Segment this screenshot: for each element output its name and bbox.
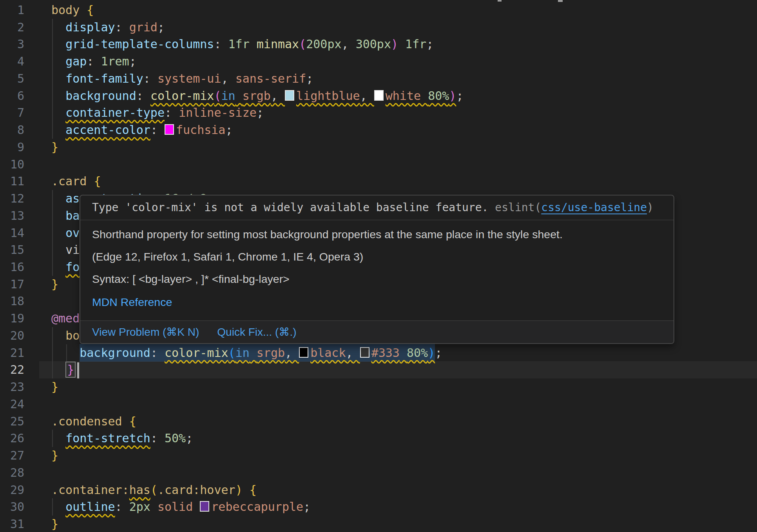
code-token: fuchsia <box>176 123 225 137</box>
line-number[interactable]: 10 <box>0 156 24 173</box>
line-number[interactable]: 1 <box>0 2 24 19</box>
line-number[interactable]: 21 <box>0 344 24 362</box>
line-number[interactable]: 30 <box>0 498 24 516</box>
code-token <box>150 500 158 514</box>
line-number[interactable]: 16 <box>0 259 24 276</box>
line-number[interactable]: 13 <box>0 207 24 224</box>
code-text[interactable]: } <box>51 276 58 293</box>
code-text[interactable]: font-family: system-ui, sans-serif; <box>51 70 313 87</box>
code-token: vi <box>65 243 80 257</box>
code-token: 1rem <box>101 54 129 68</box>
line-number[interactable]: 12 <box>0 190 24 207</box>
line-number[interactable]: 23 <box>0 378 24 396</box>
code-token: 1fr <box>405 37 426 51</box>
code-text[interactable]: .container:has(.card:hover) { <box>51 481 257 499</box>
code-token: font-family <box>65 72 143 85</box>
code-line: 22 } <box>0 361 757 378</box>
code-text[interactable]: accent-color: fuchsia; <box>51 121 233 139</box>
code-text[interactable]: display: grid; <box>51 19 165 36</box>
line-number[interactable]: 28 <box>0 464 24 481</box>
line-number[interactable]: 7 <box>0 104 24 121</box>
line-number[interactable]: 24 <box>0 396 24 413</box>
line-number[interactable]: 19 <box>0 310 24 327</box>
line-number[interactable]: 11 <box>0 173 24 190</box>
line-number[interactable]: 25 <box>0 413 24 430</box>
hover-tooltip: Type 'color-mix' is not a widely availab… <box>80 195 674 344</box>
code-text[interactable]: ba <box>51 207 80 224</box>
line-number[interactable]: 15 <box>0 241 24 259</box>
mdn-reference-link[interactable]: MDN Reference <box>92 296 662 309</box>
code-text[interactable]: fo <box>51 259 80 276</box>
line-number[interactable]: 2 <box>0 19 24 36</box>
code-text[interactable]: .card { <box>51 173 101 190</box>
view-problem-button[interactable]: View Problem (⌘K N) <box>92 326 199 338</box>
code-token: , <box>342 37 356 51</box>
line-number[interactable]: 3 <box>0 36 24 53</box>
code-line: 11.card { <box>0 173 757 190</box>
line-number[interactable]: 31 <box>0 516 24 532</box>
color-swatch[interactable] <box>360 347 369 358</box>
code-text[interactable]: background: color-mix(in srgb, black, #3… <box>51 344 442 362</box>
code-text[interactable]: } <box>51 139 58 156</box>
code-text[interactable]: grid-template-columns: 1fr minmax(200px,… <box>51 36 433 53</box>
code-text[interactable]: ov <box>51 224 80 242</box>
code-line: 3 grid-template-columns: 1fr minmax(200p… <box>0 36 757 53</box>
hover-doc-body: Shorthand property for setting most back… <box>80 220 674 320</box>
line-number[interactable]: 26 <box>0 430 24 447</box>
color-swatch[interactable] <box>299 347 308 358</box>
line-number[interactable]: 9 <box>0 139 24 156</box>
line-number[interactable]: 6 <box>0 87 24 105</box>
current-line-highlight <box>39 361 757 378</box>
line-number[interactable]: 22 <box>0 361 24 378</box>
code-text[interactable]: font-stretch: 50%; <box>51 430 193 447</box>
problem-message: Type 'color-mix' is not a widely availab… <box>92 201 495 214</box>
line-number[interactable]: 8 <box>0 121 24 139</box>
code-token <box>193 500 200 514</box>
code-token <box>398 37 405 51</box>
code-text[interactable]: } <box>51 516 58 532</box>
color-swatch[interactable] <box>285 90 294 101</box>
code-line: 30 outline: 2px solid rebeccapurple; <box>0 498 757 516</box>
color-swatch[interactable] <box>200 501 209 512</box>
code-line: 28 <box>0 464 757 481</box>
line-number[interactable]: 29 <box>0 481 24 499</box>
code-text[interactable]: vi <box>51 241 80 259</box>
code-editor: 1body {2 display: grid;3 grid-template-c… <box>0 0 757 532</box>
line-number[interactable]: 20 <box>0 327 24 344</box>
code-text[interactable]: bo <box>51 327 80 344</box>
property-description: Shorthand property for setting most back… <box>92 228 662 241</box>
code-token: ov <box>65 226 80 240</box>
color-swatch[interactable] <box>374 90 384 101</box>
code-line: 7 container-type: inline-size; <box>0 104 757 121</box>
code-line: 4 gap: 1rem; <box>0 53 757 70</box>
code-token <box>51 260 65 274</box>
line-number[interactable]: 27 <box>0 447 24 464</box>
line-number[interactable]: 5 <box>0 70 24 87</box>
code-text[interactable]: } <box>51 361 79 378</box>
line-number[interactable]: 14 <box>0 224 24 242</box>
line-number[interactable]: 4 <box>0 53 24 70</box>
code-line: 2 display: grid; <box>0 19 757 36</box>
code-text[interactable]: @med <box>51 310 80 327</box>
code-text[interactable]: container-type: inline-size; <box>51 104 264 121</box>
code-text[interactable]: outline: 2px solid rebeccapurple; <box>51 498 310 516</box>
code-token <box>51 54 65 68</box>
top-edge-artifact <box>558 0 563 2</box>
line-number[interactable]: 18 <box>0 293 24 310</box>
line-number[interactable]: 17 <box>0 276 24 293</box>
quick-fix-button[interactable]: Quick Fix... (⌘.) <box>217 326 296 338</box>
code-text[interactable]: gap: 1rem; <box>51 53 136 70</box>
color-swatch[interactable] <box>165 124 174 135</box>
code-text[interactable]: .condensed { <box>51 413 136 430</box>
code-text[interactable]: } <box>51 378 58 396</box>
lint-rule-link[interactable]: css/use-baseline <box>541 201 647 214</box>
code-token <box>400 346 407 360</box>
code-text[interactable]: } <box>51 447 58 464</box>
code-line: 27} <box>0 447 757 464</box>
code-text[interactable]: background: color-mix(in srgb, lightblue… <box>51 87 463 105</box>
code-text[interactable]: body { <box>51 2 94 19</box>
code-token: ( <box>214 89 221 103</box>
code-token: container-type <box>65 106 165 119</box>
code-token: : <box>115 20 129 34</box>
top-edge-artifact <box>498 0 502 2</box>
